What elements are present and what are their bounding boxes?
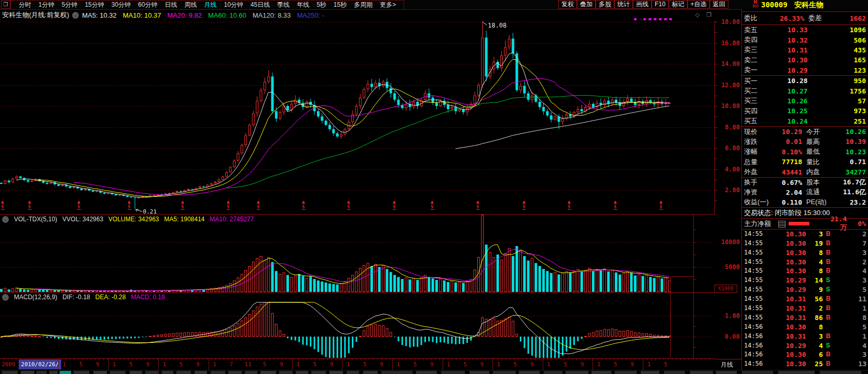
date-tick-label: 9 — [376, 361, 388, 368]
menu-item-月线[interactable]: 月线 — [200, 1, 220, 9]
date-tick-label: 5 — [509, 361, 521, 368]
axis-tick-label: 4.00 — [716, 166, 740, 173]
main-force-row: 主力净额 21.4万 0% — [742, 219, 868, 229]
axis-tick — [715, 22, 718, 22]
date-tick-label: 5 — [126, 361, 137, 368]
toolbar-button-+自选[interactable]: +自选 — [687, 0, 710, 9]
menu-item-45日线[interactable]: 45日线 — [247, 1, 273, 9]
orderbook-row: 卖三10.31435 — [742, 45, 868, 55]
toolbar-button-F10[interactable]: F10 — [652, 0, 669, 9]
tick-trade-list[interactable]: 14:5510.303B214:5510.3019B714:5510.308B3… — [742, 229, 868, 374]
axis-tick-label: 12.00 — [716, 82, 740, 89]
menu-item-60分钟[interactable]: 60分钟 — [134, 1, 161, 9]
main-force-gauge — [789, 222, 809, 225]
quote-row: 总量77718量比0.71 — [742, 157, 868, 167]
menu-item-多周期[interactable]: 多周期 — [350, 1, 376, 9]
date-axis[interactable]: 2009 2010/02/26/五 1591591591711591591591… — [0, 358, 715, 371]
period-menu: 分时1分钟5分钟15分钟30分钟60分钟日线周线月线10分钟45日线季线年线5秒… — [10, 0, 404, 10]
menu-item-15分钟[interactable]: 15分钟 — [81, 1, 107, 9]
magenta-dash — [654, 18, 656, 20]
badge-r: R — [751, 0, 760, 4]
date-tick-label: 5 — [610, 361, 622, 368]
axis-tick-label: 16.00 — [716, 39, 740, 47]
menu-item-10分钟[interactable]: 10分钟 — [220, 1, 246, 9]
cutoff-text-fragment — [591, 371, 611, 374]
tick-trade-row: 14:5610.3025B13 — [742, 359, 868, 369]
magenta-dash — [659, 18, 662, 20]
list-icon[interactable] — [778, 221, 786, 228]
magenta-dash — [634, 18, 637, 20]
menu-item-1分钟[interactable]: 1分钟 — [35, 1, 58, 9]
axis-tick — [715, 43, 718, 44]
tick-trade-row: 14:5510.3186B8 — [742, 313, 868, 323]
date-tick-label: 9 — [476, 361, 488, 368]
cutoff-text-fragment — [716, 371, 737, 374]
menu-item-日线[interactable]: 日线 — [161, 1, 181, 9]
orderbook-row: 买三10.2657 — [742, 96, 868, 106]
axis-tick — [715, 190, 718, 191]
cutoff-text-fragment — [519, 371, 540, 374]
window-icon[interactable]: ❒ — [1, 1, 10, 9]
menu-item-周线[interactable]: 周线 — [181, 1, 200, 9]
axis-tick — [715, 106, 718, 106]
ma-value: MA10: 10.37 — [123, 11, 161, 19]
cutoff-text-fragment — [60, 371, 71, 374]
date-tick-label: 1 — [393, 361, 404, 368]
menu-item-季线[interactable]: 季线 — [273, 1, 293, 9]
cutoff-text-fragment — [493, 371, 516, 374]
axis-tick — [715, 127, 718, 128]
ma-value: MA120: 8.33 — [253, 11, 291, 19]
cutoff-text-fragment — [641, 371, 659, 374]
date-tick-label: 7 — [226, 361, 237, 368]
toolbar-button-复权[interactable]: 复权 — [558, 0, 577, 9]
toolbar-button-画线[interactable]: 画线 — [633, 0, 652, 9]
volume-unit-label: X1000 — [714, 285, 737, 293]
weibi-row: 委比 26.33% 委差 1662 — [742, 12, 868, 24]
menu-item-15秒[interactable]: 15秒 — [330, 1, 350, 9]
toolbar-button-多股[interactable]: 多股 — [596, 0, 614, 9]
cutoff-text-fragment — [260, 371, 276, 374]
toolbar-button-叠加[interactable]: 叠加 — [577, 0, 596, 9]
orderbook-row: 卖四10.32506 — [742, 35, 868, 45]
axis-tick-label: 0.00 — [716, 333, 740, 340]
cutoff-text-fragment — [211, 371, 225, 374]
menu-item-30分钟[interactable]: 30分钟 — [108, 1, 134, 9]
chart-corner-icons[interactable]: ◇ ❐ — [695, 11, 714, 18]
cutoff-text-fragment — [36, 371, 47, 374]
menu-item-分时[interactable]: 分时 — [15, 1, 35, 9]
menu-item-5分钟[interactable]: 5分钟 — [58, 1, 81, 9]
ma-values: MA5: 10.32MA10: 10.37MA20: 9.82MA60: 10.… — [82, 11, 324, 19]
menu-item-年线[interactable]: 年线 — [293, 1, 313, 9]
cutoff-text-fragment — [363, 371, 378, 374]
axis-tick-label: 8.00 — [716, 124, 740, 131]
cutoff-text-fragment — [93, 371, 107, 374]
period-label[interactable]: 月线 — [712, 359, 742, 370]
cutoff-text-fragment — [130, 371, 142, 374]
collapse-icon[interactable]: ⌄ — [72, 12, 79, 19]
info-row: 换手0.67%股本16.7亿 — [742, 178, 868, 188]
axis-tick — [715, 85, 718, 86]
ma-value: MA5: 10.32 — [82, 11, 117, 19]
toolbar-button-返回[interactable]: 返回 — [710, 0, 728, 9]
minor-tick-ruler — [0, 359, 715, 360]
pane-boundary — [693, 214, 694, 370]
date-tick-label: 5 — [360, 361, 371, 368]
tick-trade-row: 14:5510.3019B7 — [742, 239, 868, 248]
candlestick-chart-canvas[interactable] — [0, 21, 715, 358]
chart-title: 安科生物(月线:前复权) — [2, 10, 69, 20]
date-tick-label: 5 — [560, 361, 571, 368]
weibi-value: 26.33% — [768, 15, 804, 22]
menu-item-5秒[interactable]: 5秒 — [313, 1, 330, 9]
menu-item-更多>[interactable]: 更多> — [376, 1, 399, 9]
toolbar-button-标记[interactable]: 标记 — [669, 0, 687, 9]
quote-row: 涨跌0.01最高10.39 — [742, 137, 868, 146]
toolbar-button-统计[interactable]: 统计 — [614, 0, 633, 9]
axis-tick — [715, 54, 718, 54]
date-tick-label: 9 — [527, 361, 538, 368]
date-tick-label: 5 — [660, 361, 671, 368]
cutoff-text-fragment — [544, 371, 562, 374]
cutoff-text-fragment — [228, 371, 242, 374]
date-tick-label: 9 — [627, 361, 638, 368]
axis-tick-label: 14.00 — [716, 60, 740, 68]
weicha-value: 1662 — [850, 15, 866, 22]
